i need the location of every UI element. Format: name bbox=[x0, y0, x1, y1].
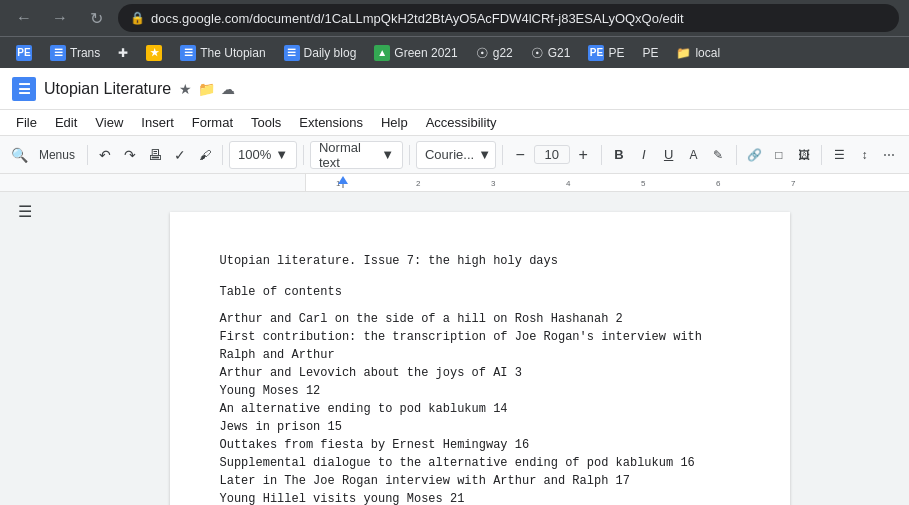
menu-extensions[interactable]: Extensions bbox=[291, 113, 371, 132]
folder-icon[interactable]: 📁 bbox=[198, 81, 215, 97]
bookmark-daily-blog[interactable]: ☰ Daily blog bbox=[276, 42, 365, 64]
align-button[interactable]: ☰ bbox=[828, 141, 851, 169]
bookmark-utopian-icon: ☰ bbox=[180, 45, 196, 61]
bookmark-add-icon: ✚ bbox=[118, 46, 128, 60]
svg-text:5: 5 bbox=[641, 179, 646, 188]
text-color-button[interactable]: A bbox=[682, 141, 705, 169]
bookmark-star-icon: ★ bbox=[146, 45, 162, 61]
bookmark-pe2[interactable]: PE PE bbox=[580, 42, 632, 64]
comment-button[interactable]: □ bbox=[768, 141, 791, 169]
bookmark-daily-blog-label: Daily blog bbox=[304, 46, 357, 60]
font-size-decrease[interactable]: − bbox=[509, 141, 532, 169]
menu-edit[interactable]: Edit bbox=[47, 113, 85, 132]
bookmark-g22[interactable]: ☉ g22 bbox=[468, 42, 521, 64]
search-button[interactable]: 🔍 bbox=[8, 141, 31, 169]
print-button[interactable]: 🖶 bbox=[144, 141, 167, 169]
docs-sidebar: ☰ bbox=[0, 192, 50, 505]
font-dropdown[interactable]: Courie... ▼ bbox=[416, 141, 496, 169]
bookmark-utopian[interactable]: ☰ The Utopian bbox=[172, 42, 273, 64]
bookmark-pe2-label: PE bbox=[608, 46, 624, 60]
docs-title[interactable]: Utopian Literature bbox=[44, 80, 171, 98]
toolbar-sep-3 bbox=[303, 145, 304, 165]
bookmark-trans-icon: ☰ bbox=[50, 45, 66, 61]
menu-accessibility[interactable]: Accessibility bbox=[418, 113, 505, 132]
toolbar-sep-7 bbox=[736, 145, 737, 165]
bold-button[interactable]: B bbox=[607, 141, 630, 169]
docs-menu-bar: File Edit View Insert Format Tools Exten… bbox=[0, 110, 909, 136]
menus-button[interactable]: Menus bbox=[33, 141, 81, 169]
doc-title: Utopian literature. Issue 7: the high ho… bbox=[220, 252, 740, 271]
address-bar[interactable]: 🔒 docs.google.com/document/d/1CaLLmpQkH2… bbox=[118, 4, 899, 32]
doc-toc-header: Table of contents bbox=[220, 283, 740, 302]
paintformat-button[interactable]: 🖌 bbox=[193, 141, 216, 169]
bookmark-pe1[interactable]: PE bbox=[8, 42, 40, 64]
toc-item: Arthur and Carl on the side of a hill on… bbox=[220, 310, 740, 328]
spellcheck-button[interactable]: ✓ bbox=[168, 141, 191, 169]
zoom-control: 100% ▼ bbox=[229, 141, 297, 169]
reload-button[interactable]: ↻ bbox=[82, 4, 110, 32]
bookmark-green2021-icon: ▲ bbox=[374, 45, 390, 61]
style-chevron-icon: ▼ bbox=[381, 147, 394, 162]
redo-button[interactable]: ↷ bbox=[119, 141, 142, 169]
undo-button[interactable]: ↶ bbox=[94, 141, 117, 169]
ruler-svg: 1 2 3 4 5 6 7 bbox=[306, 174, 909, 192]
docs-page-area: Utopian literature. Issue 7: the high ho… bbox=[50, 192, 909, 505]
toc-item: Later in The Joe Rogan interview with Ar… bbox=[220, 472, 740, 490]
menu-view[interactable]: View bbox=[87, 113, 131, 132]
more-button[interactable]: ⋯ bbox=[878, 141, 901, 169]
image-button[interactable]: 🖼 bbox=[792, 141, 815, 169]
toc-item: Young Hillel visits young Moses 21 bbox=[220, 490, 740, 505]
bookmark-pe3[interactable]: PE bbox=[634, 43, 666, 63]
toolbar-sep-8 bbox=[821, 145, 822, 165]
toolbar-sep-1 bbox=[87, 145, 88, 165]
menu-help[interactable]: Help bbox=[373, 113, 416, 132]
line-spacing-button[interactable]: ↕ bbox=[853, 141, 876, 169]
bookmark-g21-label: G21 bbox=[548, 46, 571, 60]
toc-item: Jews in prison 15 bbox=[220, 418, 740, 436]
svg-text:2: 2 bbox=[416, 179, 421, 188]
font-size-value[interactable]: 10 bbox=[534, 145, 570, 164]
forward-button[interactable]: → bbox=[46, 4, 74, 32]
underline-button[interactable]: U bbox=[657, 141, 680, 169]
menu-format[interactable]: Format bbox=[184, 113, 241, 132]
bookmark-g21[interactable]: ☉ G21 bbox=[523, 42, 579, 64]
bookmark-green2021[interactable]: ▲ Green 2021 bbox=[366, 42, 465, 64]
zoom-chevron-icon: ▼ bbox=[275, 147, 288, 162]
link-button[interactable]: 🔗 bbox=[743, 141, 766, 169]
toc-item: An alternative ending to pod kablukum 14 bbox=[220, 400, 740, 418]
bookmark-add[interactable]: ✚ bbox=[110, 43, 136, 63]
lock-icon: 🔒 bbox=[130, 11, 145, 25]
zoom-dropdown[interactable]: 100% ▼ bbox=[229, 141, 297, 169]
toc-item: First contribution: the transcription of… bbox=[220, 328, 740, 364]
docs-title-icons: ★ 📁 ☁ bbox=[179, 81, 235, 97]
docs-logo: ☰ bbox=[12, 77, 36, 101]
font-size-increase[interactable]: + bbox=[572, 141, 595, 169]
bookmark-star[interactable]: ★ bbox=[138, 42, 170, 64]
bookmark-daily-blog-icon: ☰ bbox=[284, 45, 300, 61]
toc-item: Arthur and Levovich about the joys of AI… bbox=[220, 364, 740, 382]
bookmark-local[interactable]: 📁 local bbox=[668, 43, 728, 63]
svg-text:4: 4 bbox=[566, 179, 571, 188]
bookmarks-bar: PE ☰ Trans ✚ ★ ☰ The Utopian ☰ Daily blo… bbox=[0, 36, 909, 68]
docs-main: ☰ Utopian literature. Issue 7: the high … bbox=[0, 192, 909, 505]
toc-item: Young Moses 12 bbox=[220, 382, 740, 400]
url-text: docs.google.com/document/d/1CaLLmpQkH2td… bbox=[151, 11, 684, 26]
menu-tools[interactable]: Tools bbox=[243, 113, 289, 132]
back-button[interactable]: ← bbox=[10, 4, 38, 32]
italic-button[interactable]: I bbox=[632, 141, 655, 169]
highlight-button[interactable]: ✎ bbox=[707, 141, 730, 169]
bookmark-g22-label: g22 bbox=[493, 46, 513, 60]
outline-icon[interactable]: ☰ bbox=[18, 202, 32, 221]
menu-insert[interactable]: Insert bbox=[133, 113, 182, 132]
toolbar-sep-2 bbox=[222, 145, 223, 165]
style-dropdown[interactable]: Normal text ▼ bbox=[310, 141, 403, 169]
svg-text:6: 6 bbox=[716, 179, 721, 188]
star-icon[interactable]: ★ bbox=[179, 81, 192, 97]
docs-page: Utopian literature. Issue 7: the high ho… bbox=[170, 212, 790, 505]
bookmark-trans[interactable]: ☰ Trans bbox=[42, 42, 108, 64]
cloud-icon[interactable]: ☁ bbox=[221, 81, 235, 97]
bookmark-local-label: local bbox=[695, 46, 720, 60]
menu-file[interactable]: File bbox=[8, 113, 45, 132]
docs-toolbar: 🔍 Menus ↶ ↷ 🖶 ✓ 🖌 100% ▼ Normal text ▼ C… bbox=[0, 136, 909, 174]
toolbar-sep-6 bbox=[601, 145, 602, 165]
